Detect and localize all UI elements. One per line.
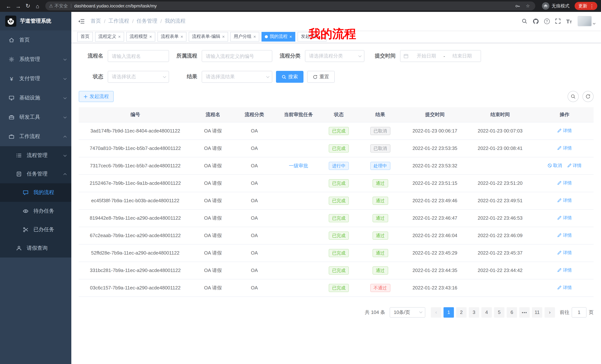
- github-icon[interactable]: [530, 16, 541, 27]
- cell-submit-time: 2022-01-22 23:43:16: [405, 279, 465, 297]
- app-logo-row[interactable]: 芋道管理系统: [0, 12, 71, 30]
- sidebar-item-devtools[interactable]: 研发工具: [0, 108, 71, 127]
- breadcrumb-workflow[interactable]: 工作流程: [109, 18, 129, 25]
- close-icon[interactable]: ×: [289, 34, 292, 39]
- breadcrumb-task-mgmt[interactable]: 任务管理: [137, 18, 158, 25]
- sidebar-item-leave-query[interactable]: 请假查询: [0, 239, 71, 258]
- close-icon[interactable]: ×: [149, 34, 152, 39]
- goto-page-input[interactable]: [572, 307, 587, 317]
- list-icon: [16, 153, 22, 158]
- browser-reload-button[interactable]: ↻: [23, 1, 33, 11]
- fullscreen-icon[interactable]: [552, 16, 563, 27]
- browser-menu-icon[interactable]: ⋮: [589, 3, 595, 9]
- bookmark-star-icon[interactable]: ☆: [524, 3, 531, 9]
- search-button[interactable]: 搜索: [276, 71, 303, 83]
- close-icon[interactable]: ×: [253, 34, 256, 39]
- browser-home-button[interactable]: ⌂: [33, 1, 42, 11]
- tab-process-model[interactable]: 流程模型×: [126, 32, 155, 41]
- page-button-6[interactable]: 6: [507, 307, 517, 317]
- status-badge: 已完成: [329, 231, 349, 239]
- pagination: 共 104 条 10条/页 ‹ 1 2 3 4 5 6 ••• 11 ›: [79, 307, 594, 317]
- sidebar-item-workflow[interactable]: 工作流程: [0, 127, 71, 146]
- table-header-row: 编号 流程名 流程分类 当前审批任务 状态 结果 提交时间 结束时间 操作: [79, 107, 594, 122]
- briefcase-icon: [8, 134, 15, 140]
- avatar-caret-down-icon[interactable]: [593, 22, 595, 24]
- cell-category: OA: [234, 262, 275, 279]
- detail-link[interactable]: 详情: [557, 128, 572, 134]
- detail-link[interactable]: 详情: [557, 285, 572, 291]
- tab-process-form-edit[interactable]: 流程表单-编辑×: [189, 32, 228, 41]
- page-button-11[interactable]: 11: [532, 307, 542, 317]
- search-icon: [281, 74, 286, 79]
- sidebar-item-todo-tasks[interactable]: 待办任务: [0, 202, 71, 220]
- tab-my-process[interactable]: 我的流程×: [261, 32, 295, 41]
- sidebar-item-payment[interactable]: ¥ 支付管理: [0, 69, 71, 88]
- sidebar-item-home[interactable]: 首页: [0, 30, 71, 50]
- status-badge: 已完成: [329, 266, 349, 274]
- category-select[interactable]: 请选择流程分类: [305, 50, 364, 62]
- tab-process-definition[interactable]: 流程定义×: [95, 32, 124, 41]
- page-button-2[interactable]: 2: [456, 307, 467, 317]
- sidebar-toggle-icon[interactable]: [77, 17, 85, 25]
- page-size-select[interactable]: 10条/页: [390, 307, 425, 317]
- cell-end-time: [465, 157, 536, 174]
- detail-link[interactable]: 详情: [557, 250, 572, 256]
- tab-home[interactable]: 首页: [77, 32, 93, 41]
- toggle-search-button[interactable]: [568, 91, 579, 102]
- chat-bubble-icon: [22, 190, 29, 196]
- sidebar-item-process-mgmt[interactable]: 流程管理: [0, 146, 71, 165]
- tab-process-form[interactable]: 流程表单×: [158, 32, 186, 41]
- password-key-icon[interactable]: [514, 3, 521, 9]
- page-button-1[interactable]: 1: [443, 307, 454, 317]
- current-task-link[interactable]: 一级审批: [289, 163, 308, 168]
- sidebar-item-infra[interactable]: 基础设施: [0, 88, 71, 108]
- detail-link[interactable]: 详情: [557, 145, 572, 151]
- search-icon[interactable]: [519, 16, 530, 27]
- detail-link[interactable]: 详情: [557, 197, 572, 204]
- cell-end-time: 2022-01-22 23:46:09: [465, 227, 536, 244]
- prev-page-button[interactable]: ‹: [431, 307, 441, 317]
- detail-link[interactable]: 详情: [557, 180, 572, 186]
- page-button-5[interactable]: 5: [494, 307, 504, 317]
- process-name-input[interactable]: [108, 50, 169, 62]
- result-badge: 通过: [372, 231, 388, 239]
- breadcrumb-home[interactable]: 首页: [91, 18, 101, 25]
- status-select[interactable]: 请选择状态: [108, 71, 169, 83]
- submit-time-range-picker[interactable]: 开始日期 - 结束日期: [400, 50, 481, 62]
- sidebar-item-task-mgmt[interactable]: 任务管理: [0, 165, 71, 183]
- close-icon[interactable]: ×: [180, 34, 183, 39]
- close-icon[interactable]: ×: [321, 34, 323, 39]
- table-row: ec45f38f-7b9a-11ec-b03b-acde48001122 OA …: [79, 192, 594, 209]
- font-size-icon[interactable]: TT: [563, 16, 575, 27]
- close-icon[interactable]: ×: [118, 34, 121, 39]
- incognito-label: 无痕模式: [551, 3, 570, 9]
- page-button-3[interactable]: 3: [469, 307, 479, 317]
- tab-user-group[interactable]: 用户分组×: [230, 32, 259, 41]
- more-pages-button[interactable]: •••: [519, 307, 530, 317]
- refresh-table-button[interactable]: [582, 91, 594, 102]
- avatar[interactable]: [578, 16, 592, 26]
- close-icon[interactable]: ×: [222, 34, 225, 39]
- url-text: dashboard.yudao.iocoder.cn/bpm/task/my: [74, 3, 157, 9]
- cell-name: OA 请假: [192, 244, 234, 262]
- sidebar-item-done-tasks[interactable]: 已办任务: [0, 220, 71, 239]
- browser-forward-button[interactable]: →: [13, 1, 23, 11]
- help-icon[interactable]: ?: [541, 16, 552, 27]
- detail-link[interactable]: 详情: [567, 163, 581, 169]
- owner-process-input[interactable]: [202, 50, 272, 62]
- detail-link[interactable]: 详情: [557, 267, 572, 273]
- start-process-button[interactable]: 发起流程: [79, 91, 114, 102]
- page-button-4[interactable]: 4: [481, 307, 492, 317]
- detail-link[interactable]: 详情: [557, 215, 572, 221]
- browser-update-button[interactable]: 更新 ⋮: [575, 2, 597, 10]
- tab-start-process[interactable]: 发起流程×: [298, 32, 327, 41]
- sidebar-item-my-process[interactable]: 我的流程: [0, 183, 71, 202]
- sidebar-item-system[interactable]: 系统管理: [0, 50, 71, 69]
- cancel-link[interactable]: 取消: [548, 163, 562, 169]
- address-bar[interactable]: ⚠ 不安全 dashboard.yudao.iocoder.cn/bpm/tas…: [45, 1, 535, 10]
- next-page-button[interactable]: ›: [545, 307, 555, 317]
- reset-button[interactable]: 重置: [307, 71, 335, 83]
- detail-link[interactable]: 详情: [557, 232, 572, 239]
- result-select[interactable]: 请选择流结果: [202, 71, 272, 83]
- browser-back-button[interactable]: ←: [4, 1, 13, 11]
